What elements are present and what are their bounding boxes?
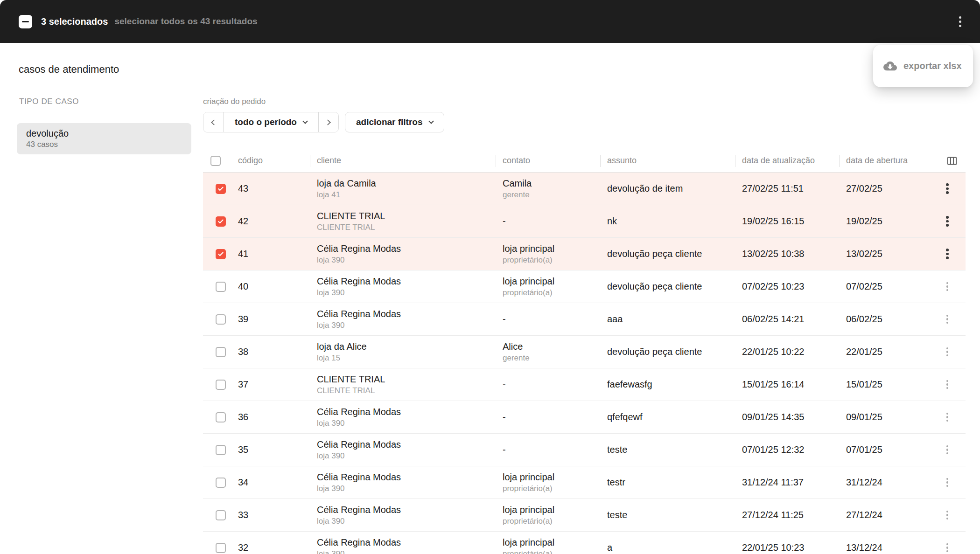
client-cell: Célia Regina Modas loja 390: [310, 532, 496, 554]
row-checkbox[interactable]: [216, 380, 226, 390]
client-cell: Célia Regina Modas loja 390: [310, 303, 496, 335]
table-row[interactable]: 34 Célia Regina Modas loja 390 loja prin…: [203, 466, 966, 499]
chevron-down-icon: [428, 118, 434, 124]
table-row[interactable]: 36 Célia Regina Modas loja 390 - qfefqew…: [203, 401, 966, 434]
contact-name: -: [503, 216, 600, 227]
kebab-menu-icon: [946, 543, 949, 546]
table-row[interactable]: 43 loja da Camila loja 41 Camila gerente…: [203, 173, 966, 205]
toolbar-menu-button[interactable]: [954, 13, 966, 31]
row-actions-cell: [929, 336, 966, 368]
row-menu-button[interactable]: [943, 212, 952, 230]
kebab-menu-icon: [946, 315, 949, 317]
selected-count-label: 3 selecionados: [41, 16, 108, 27]
row-menu-button[interactable]: [943, 311, 952, 328]
row-actions-cell: [929, 205, 966, 237]
opened-at: 19/02/25: [839, 205, 929, 237]
column-settings-button[interactable]: [945, 154, 959, 168]
row-menu-button[interactable]: [943, 409, 952, 426]
row-actions-cell: [929, 434, 966, 466]
row-actions-cell: [929, 270, 966, 303]
row-checkbox[interactable]: [216, 314, 226, 325]
column-header-data-abertura[interactable]: data de abertura: [839, 156, 929, 166]
column-header-assunto[interactable]: assunto: [600, 156, 735, 166]
period-label: todo o período: [235, 117, 297, 127]
row-checkbox[interactable]: [216, 184, 226, 194]
row-checkbox[interactable]: [216, 249, 226, 259]
client-store: CLIENTE TRIAL: [317, 223, 496, 232]
client-cell: Célia Regina Modas loja 390: [310, 238, 496, 270]
row-menu-button[interactable]: [943, 180, 952, 198]
opened-at: 06/02/25: [839, 303, 929, 335]
row-checkbox[interactable]: [216, 347, 226, 357]
case-code: 32: [231, 532, 310, 554]
table-row[interactable]: 33 Célia Regina Modas loja 390 loja prin…: [203, 499, 966, 532]
contact-cell: loja principal proprietário(a): [496, 532, 600, 554]
contact-cell: Camila gerente: [496, 173, 600, 205]
table-row[interactable]: 41 Célia Regina Modas loja 390 loja prin…: [203, 238, 966, 270]
table-body: 43 loja da Camila loja 41 Camila gerente…: [203, 173, 966, 554]
row-checkbox[interactable]: [216, 445, 226, 455]
sidebar-item-devolucao[interactable]: devolução 43 casos: [17, 123, 191, 154]
row-checkbox[interactable]: [216, 543, 226, 553]
header-select-all-checkbox[interactable]: [210, 156, 221, 166]
row-menu-button[interactable]: [943, 245, 952, 263]
contact-name: loja principal: [503, 276, 600, 287]
columns-icon: [946, 155, 958, 167]
chevron-right-icon: [325, 119, 331, 125]
updated-at: 06/02/25 14:21: [735, 303, 839, 335]
period-control: todo o período: [203, 112, 339, 132]
updated-at: 13/02/25 10:38: [735, 238, 839, 270]
column-header-data-atualizacao[interactable]: data de atualização: [735, 156, 839, 166]
contact-name: -: [503, 314, 600, 325]
column-header-cliente[interactable]: cliente: [310, 156, 496, 166]
add-filters-button[interactable]: adicionar filtros: [345, 112, 444, 132]
select-all-checkbox[interactable]: [19, 15, 32, 28]
row-menu-button[interactable]: [943, 540, 952, 554]
row-checkbox[interactable]: [216, 282, 226, 292]
row-menu-button[interactable]: [943, 376, 952, 393]
row-checkbox[interactable]: [216, 478, 226, 488]
export-xlsx-button[interactable]: exportar xlsx: [878, 49, 968, 83]
table-row[interactable]: 42 CLIENTE TRIAL CLIENTE TRIAL - nk 19/0…: [203, 205, 966, 238]
row-checkbox[interactable]: [216, 412, 226, 422]
client-store: loja 41: [317, 190, 496, 200]
updated-at: 31/12/24 11:37: [735, 466, 839, 499]
kebab-menu-icon: [946, 380, 949, 382]
select-all-results-button[interactable]: selecionar todos os 43 resultados: [114, 16, 257, 27]
kebab-menu-icon: [946, 445, 949, 448]
client-cell: loja da Alice loja 15: [310, 336, 496, 368]
client-cell: Célia Regina Modas loja 390: [310, 434, 496, 466]
row-menu-button[interactable]: [943, 474, 952, 491]
row-checkbox-cell: [203, 303, 231, 335]
column-header-codigo[interactable]: código: [231, 156, 310, 166]
table-row[interactable]: 37 CLIENTE TRIAL CLIENTE TRIAL - faefewa…: [203, 368, 966, 401]
kebab-menu-icon: [946, 511, 949, 513]
period-dropdown[interactable]: todo o período: [223, 112, 319, 132]
table-row[interactable]: 39 Célia Regina Modas loja 390 - aaa 06/…: [203, 303, 966, 336]
row-checkbox-cell: [203, 499, 231, 531]
row-actions-cell: [929, 499, 966, 531]
row-checkbox[interactable]: [216, 510, 226, 520]
case-code: 42: [231, 205, 310, 237]
previous-period-button[interactable]: [203, 112, 223, 132]
table-row[interactable]: 32 Célia Regina Modas loja 390 loja prin…: [203, 532, 966, 554]
updated-at: 07/01/25 12:32: [735, 434, 839, 466]
client-cell: CLIENTE TRIAL CLIENTE TRIAL: [310, 368, 496, 401]
table-row[interactable]: 40 Célia Regina Modas loja 390 loja prin…: [203, 270, 966, 303]
table-row[interactable]: 35 Célia Regina Modas loja 390 - teste 0…: [203, 434, 966, 466]
next-period-button[interactable]: [319, 112, 338, 132]
subject: devolução peça cliente: [600, 336, 735, 368]
row-menu-button[interactable]: [943, 442, 952, 458]
table-row[interactable]: 38 loja da Alice loja 15 Alice gerente d…: [203, 336, 966, 368]
chevron-down-icon: [302, 118, 308, 124]
row-checkbox[interactable]: [216, 216, 226, 227]
row-menu-button[interactable]: [943, 507, 952, 524]
subject: faefewasfg: [600, 368, 735, 401]
contact-name: loja principal: [503, 505, 600, 515]
row-menu-button[interactable]: [943, 278, 952, 295]
contact-name: loja principal: [503, 472, 600, 483]
column-header-contato[interactable]: contato: [496, 156, 600, 166]
client-name: Célia Regina Modas: [317, 505, 496, 515]
row-menu-button[interactable]: [943, 344, 952, 360]
row-checkbox-cell: [203, 401, 231, 433]
